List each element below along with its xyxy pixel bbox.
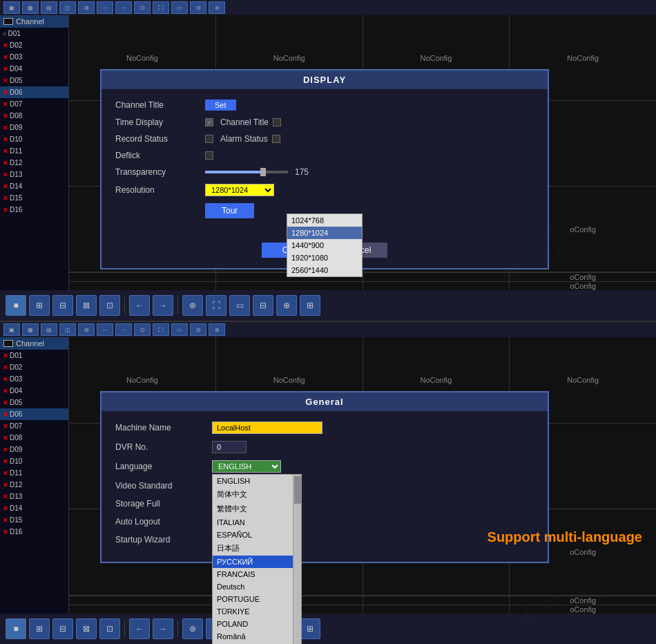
bottom-toolbar-icon-6[interactable]: ⊡ [134, 323, 151, 336]
bot-channel-d06[interactable]: ✕ D06 [0, 408, 68, 420]
lang-chinese-trad[interactable]: 繁體中文 [213, 502, 301, 516]
bot-channel-d14[interactable]: ✕ D14 [0, 502, 68, 514]
bottom-toolbar-icon-10[interactable]: ⊕ [209, 323, 225, 336]
bot-channel-d01[interactable]: ✕ D01 [0, 350, 68, 361]
lang-portugue[interactable]: PORTUGUE [213, 593, 301, 605]
time-display-checkbox[interactable]: ✓ [205, 118, 213, 126]
bot-tb-icon-cam[interactable]: ⊛ [182, 618, 203, 639]
channel-d09[interactable]: ✕ D09 [0, 122, 68, 133]
dvr-no-input[interactable] [212, 441, 247, 453]
channel-d02[interactable]: ✕ D02 [0, 39, 68, 51]
bottom-toolbar-icon-1[interactable]: ▣ [3, 323, 20, 336]
tour-button[interactable]: Tour [205, 203, 254, 218]
tb-icon-display[interactable]: ▭ [229, 295, 250, 316]
toolbar-icon-7[interactable]: ⛶ [153, 1, 169, 14]
bot-channel-d16[interactable]: ✕ D16 [0, 526, 68, 538]
bot-channel-d09[interactable]: ✕ D09 [0, 444, 68, 455]
toolbar-icon-3[interactable]: ▤ [41, 1, 57, 14]
channel-d14[interactable]: ✕ D14 [0, 180, 68, 192]
bottom-toolbar-icon-left[interactable]: ← [97, 323, 113, 336]
channel-d10[interactable]: ✕ D10 [0, 133, 68, 145]
tb-icon-grid5[interactable]: ⊡ [99, 295, 120, 316]
tb-icon-grid4[interactable]: ⊠ [76, 295, 97, 316]
channel-d06[interactable]: ✕ D06 [0, 86, 68, 98]
tb-icon-grid2[interactable]: ⊞ [29, 295, 50, 316]
toolbar-icon-10[interactable]: ⊕ [209, 1, 225, 14]
res-option-3[interactable]: 1440*900 [287, 239, 362, 252]
bot-channel-d04[interactable]: ✕ D04 [0, 385, 68, 397]
bot-channel-d11[interactable]: ✕ D11 [0, 467, 68, 479]
lang-english[interactable]: ENGLISH [213, 475, 301, 487]
toolbar-icon-4[interactable]: ◫ [59, 1, 76, 14]
toolbar-icon-2[interactable]: ▦ [22, 1, 39, 14]
bottom-toolbar-icon-9[interactable]: ⊟ [190, 323, 206, 336]
channel-d07[interactable]: ✕ D07 [0, 98, 68, 110]
lang-turkiye[interactable]: TÜRKIYE [213, 605, 301, 618]
res-option-2[interactable]: 1280*1024 [287, 227, 362, 239]
record-status-checkbox[interactable] [205, 135, 213, 143]
bottom-toolbar-icon-right[interactable]: → [115, 323, 132, 336]
channel-d05[interactable]: ✕ D05 [0, 75, 68, 86]
bottom-toolbar-icon-2[interactable]: ▦ [22, 323, 39, 336]
tb-icon-network[interactable]: ⊟ [253, 295, 273, 316]
bot-channel-d07[interactable]: ✕ D07 [0, 420, 68, 432]
bot-tb-icon-grid3[interactable]: ⊟ [52, 618, 73, 639]
bottom-toolbar-icon-5[interactable]: ⊞ [78, 323, 95, 336]
channel-d16[interactable]: ✕ D16 [0, 204, 68, 216]
tb-icon-snap[interactable]: ⛶ [206, 295, 226, 316]
bot-tb-icon-grid2[interactable]: ⊞ [29, 618, 50, 639]
bot-channel-d03[interactable]: ✕ D03 [0, 373, 68, 385]
channel-d04[interactable]: ✕ D04 [0, 63, 68, 75]
bot-channel-d15[interactable]: ✕ D15 [0, 514, 68, 526]
bot-channel-d12[interactable]: ✕ D12 [0, 479, 68, 491]
bot-tb-icon-info[interactable]: ⊞ [300, 618, 320, 639]
channel-d08[interactable]: ✕ D08 [0, 110, 68, 122]
res-option-4[interactable]: 1920*1080 [287, 252, 362, 264]
machine-name-input[interactable] [212, 422, 322, 434]
lang-francais[interactable]: FRANCAIS [213, 568, 301, 580]
toolbar-icon-1[interactable]: ▣ [3, 1, 20, 14]
res-option-5[interactable]: 2560*1440 [287, 264, 362, 276]
tb-icon-info[interactable]: ⊞ [300, 295, 320, 316]
lang-deutsch[interactable]: Deutsch [213, 580, 301, 593]
bot-channel-d13[interactable]: ✕ D13 [0, 491, 68, 502]
bot-tb-icon-grid4[interactable]: ⊠ [76, 618, 97, 639]
lang-scrollbar[interactable] [293, 475, 301, 644]
set-button[interactable]: Set [205, 100, 236, 111]
transparency-slider[interactable] [205, 171, 288, 173]
language-select[interactable]: ENGLISH [212, 460, 281, 473]
lang-italian[interactable]: ITALIAN [213, 516, 301, 529]
bot-tb-icon-next[interactable]: → [153, 618, 173, 639]
lang-espanol[interactable]: ESPAÑOL [213, 529, 301, 541]
tb-icon-settings[interactable]: ⊕ [276, 295, 297, 316]
tb-icon-prev[interactable]: ← [129, 295, 150, 316]
tb-icon-cam[interactable]: ⊛ [182, 295, 203, 316]
channel-title-checkbox[interactable] [273, 118, 281, 126]
tb-icon-main[interactable]: ■ [6, 295, 26, 316]
bottom-toolbar-icon-4[interactable]: ◫ [59, 323, 76, 336]
bot-tb-icon-prev[interactable]: ← [129, 618, 150, 639]
tb-icon-grid3[interactable]: ⊟ [52, 295, 73, 316]
lang-romana[interactable]: Română [213, 630, 301, 643]
channel-d12[interactable]: ✕ D12 [0, 157, 68, 169]
bot-tb-icon-main[interactable]: ■ [6, 618, 26, 639]
lang-poland[interactable]: POLAND [213, 618, 301, 630]
tb-icon-next[interactable]: → [153, 295, 173, 316]
alarm-status-checkbox[interactable] [272, 135, 280, 143]
toolbar-icon-8[interactable]: ▭ [171, 1, 188, 14]
toolbar-icon-right[interactable]: → [115, 1, 132, 14]
bot-channel-d05[interactable]: ✕ D05 [0, 397, 68, 408]
bot-tb-icon-grid5[interactable]: ⊡ [99, 618, 120, 639]
lang-russian[interactable]: РУССКИЙ [213, 556, 301, 568]
toolbar-icon-9[interactable]: ⊟ [190, 1, 206, 14]
bottom-toolbar-icon-7[interactable]: ⛶ [153, 323, 169, 336]
bot-channel-d10[interactable]: ✕ D10 [0, 455, 68, 467]
toolbar-icon-5[interactable]: ⊞ [78, 1, 95, 14]
deflick-checkbox[interactable] [205, 151, 213, 160]
channel-d11[interactable]: ✕ D11 [0, 145, 68, 157]
channel-d03[interactable]: ✕ D03 [0, 51, 68, 63]
toolbar-icon-6[interactable]: ⊡ [134, 1, 151, 14]
channel-d15[interactable]: ✕ D15 [0, 192, 68, 204]
lang-chinese-simple[interactable]: 简体中文 [213, 487, 301, 502]
bot-channel-d08[interactable]: ✕ D08 [0, 432, 68, 444]
